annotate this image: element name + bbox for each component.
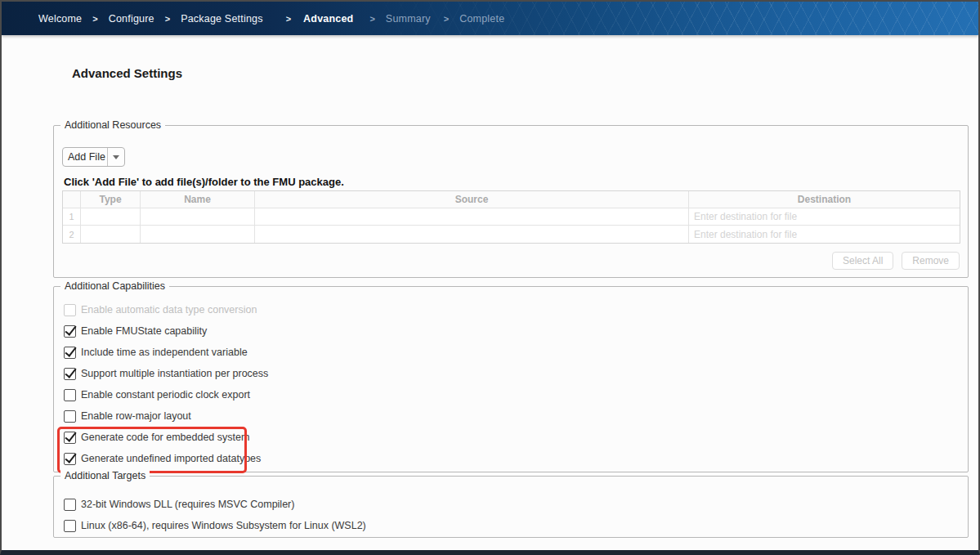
add-file-label: Add File (63, 148, 107, 166)
additional-capabilities-section: Additional Capabilities Enable automatic… (53, 286, 969, 472)
checkbox-label: Generate undefined imported datatypes (81, 452, 261, 465)
row-index[interactable]: 2 (63, 226, 81, 243)
checkbox-linux-x86-64-wsl2[interactable]: Linux (x86-64), requires Windows Subsyst… (64, 519, 366, 532)
capabilities-legend: Additional Capabilities (60, 280, 169, 293)
checkbox-label: Linux (x86-64), requires Windows Subsyst… (81, 519, 366, 532)
checkbox-generate-undefined-imported-datatypes[interactable]: Generate undefined imported datatypes (64, 452, 261, 465)
column-header-source: Source (255, 191, 689, 208)
checkbox-icon (64, 325, 76, 338)
checkbox-32-bit-windows-dll[interactable]: 32-bit Windows DLL (requires MSVC Compil… (64, 498, 294, 511)
chevron-down-icon (113, 155, 119, 159)
chevron-separator-icon: > (444, 14, 449, 24)
chevron-separator-icon: > (286, 14, 291, 24)
checkbox-enable-row-major-layout[interactable]: Enable row-major layout (64, 410, 191, 423)
source-cell[interactable] (255, 208, 689, 226)
chevron-separator-icon: > (165, 14, 170, 24)
add-file-instruction: Click 'Add File' to add file(s)/folder t… (64, 176, 968, 189)
checkbox-label: Enable FMUState capability (81, 324, 207, 338)
column-header-destination: Destination (689, 191, 960, 208)
checkbox-enable-automatic-data-type-conversion: Enable automatic data type conversion (64, 303, 257, 316)
table-actions: Select All Remove (54, 252, 960, 270)
nav-step-welcome[interactable]: Welcome (38, 13, 82, 25)
add-file-dropdown-toggle[interactable] (107, 148, 124, 166)
name-cell[interactable] (141, 226, 255, 243)
additional-resources-section: Additional Resources Add File Click 'Add… (53, 125, 969, 278)
checkbox-icon (64, 389, 76, 401)
destination-input[interactable] (689, 208, 960, 225)
additional-targets-section: Additional Targets 32-bit Windows DLL (r… (53, 476, 969, 538)
checkbox-label: Generate code for embedded system (81, 431, 249, 444)
source-cell[interactable] (255, 226, 689, 243)
resources-legend: Additional Resources (60, 119, 165, 132)
table-row: 2 (63, 226, 960, 243)
destination-cell (689, 226, 960, 243)
nav-step-package-settings[interactable]: Package Settings (181, 13, 262, 25)
destination-cell (689, 208, 960, 226)
checkbox-label: Include time as independent variable (81, 346, 248, 359)
checkbox-icon (64, 453, 76, 465)
nav-step-configure[interactable]: Configure (109, 13, 154, 25)
resources-table: Type Name Source Destination 1 2 (62, 190, 960, 244)
checkbox-icon (64, 368, 76, 380)
chevron-separator-icon: > (369, 14, 374, 24)
targets-legend: Additional Targets (60, 470, 150, 482)
checkbox-label: 32-bit Windows DLL (requires MSVC Compil… (81, 498, 294, 511)
checkbox-include-time-as-independent-variable[interactable]: Include time as independent variable (64, 346, 248, 359)
checkbox-enable-fmustate-capability[interactable]: Enable FMUState capability (64, 324, 207, 338)
capabilities-list: Enable automatic data type conversion En… (54, 287, 968, 465)
nav-step-summary: Summary (386, 13, 431, 25)
checkbox-icon (64, 304, 76, 316)
checkbox-label: Support multiple instantiation per proce… (81, 367, 268, 380)
type-cell[interactable] (81, 208, 141, 226)
wizard-window: Welcome > Configure > Package Settings >… (0, 0, 980, 555)
page-title: Advanced Settings (72, 66, 978, 81)
checkbox-label: Enable constant periodic clock export (81, 388, 250, 401)
checkbox-support-multiple-instantiation-per-process[interactable]: Support multiple instantiation per proce… (64, 367, 268, 380)
destination-input[interactable] (689, 226, 960, 243)
select-all-button[interactable]: Select All (832, 252, 893, 270)
add-file-button[interactable]: Add File (62, 147, 125, 167)
column-header-index (63, 191, 81, 208)
row-index[interactable]: 1 (63, 208, 81, 226)
checkbox-icon (64, 520, 76, 532)
checkbox-icon (64, 410, 76, 423)
checkbox-icon (64, 432, 76, 444)
type-cell[interactable] (81, 226, 141, 243)
content-area: Advanced Settings Additional Resources A… (2, 35, 978, 550)
nav-step-advanced[interactable]: Advanced (303, 13, 353, 25)
checkbox-label: Enable automatic data type conversion (81, 303, 257, 316)
checkbox-enable-constant-periodic-clock-export[interactable]: Enable constant periodic clock export (64, 388, 250, 401)
nav-step-complete: Complete (459, 13, 504, 25)
column-header-type: Type (81, 191, 141, 208)
remove-button[interactable]: Remove (902, 252, 960, 270)
checkbox-label: Enable row-major layout (81, 410, 191, 423)
checkbox-generate-code-for-embedded-system[interactable]: Generate code for embedded system (64, 431, 249, 444)
checkbox-icon (64, 347, 76, 359)
column-header-name: Name (141, 191, 255, 208)
wizard-nav: Welcome > Configure > Package Settings >… (2, 2, 978, 35)
table-header-row: Type Name Source Destination (63, 191, 960, 208)
chevron-separator-icon: > (92, 14, 97, 24)
name-cell[interactable] (141, 208, 255, 226)
targets-list: 32-bit Windows DLL (requires MSVC Compil… (54, 477, 968, 532)
checkbox-icon (64, 499, 76, 511)
table-row: 1 (63, 208, 960, 226)
